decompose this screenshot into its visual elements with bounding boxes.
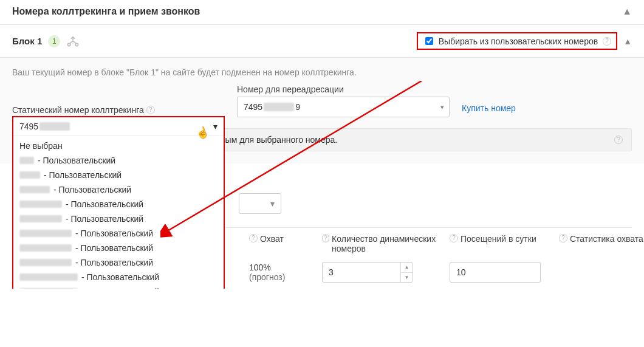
chevron-up-icon[interactable]: ▲ xyxy=(622,6,632,17)
help-icon[interactable]: ? xyxy=(559,234,567,242)
col-stats: ? Статистика охвата xyxy=(559,234,644,244)
user-numbers-checkbox-label[interactable]: Выбирать из пользовательских номеров xyxy=(423,35,598,47)
dropdown-item[interactable]: - Пользовательский xyxy=(13,270,224,284)
section-header: Номера коллтрекинга и прием звонков ▲ xyxy=(0,0,644,25)
count-input[interactable]: 3 ▲ ▼ xyxy=(322,262,413,283)
coverage-cell: 100% (прогноз) xyxy=(249,263,322,282)
chevron-up-icon[interactable]: ▲ xyxy=(623,36,632,46)
dropdown-item[interactable]: - Пользовательский xyxy=(13,153,224,168)
block-title: Блок 1 xyxy=(12,36,42,46)
redirect-number-select[interactable]: 74959 ▾ xyxy=(237,97,450,117)
help-icon[interactable]: ? xyxy=(450,234,458,242)
spinner-down-icon[interactable]: ▼ xyxy=(401,273,413,283)
buy-number-link[interactable]: Купить номер xyxy=(462,103,516,113)
spinner[interactable]: ▲ ▼ xyxy=(400,263,413,282)
col-coverage: ? Охват xyxy=(249,234,322,244)
dropdown-item[interactable]: - Пользовательский xyxy=(13,226,224,241)
user-numbers-text: Выбирать из пользовательских номеров xyxy=(439,36,598,46)
section-title: Номера коллтрекинга и прием звонков xyxy=(12,6,200,17)
static-number-dropdown: 7495 ▾ ☝ Не выбран - Пользовательский - … xyxy=(12,116,225,289)
dropdown-current-value[interactable]: 7495 ▾ ☝ xyxy=(13,117,224,136)
help-icon[interactable]: ? xyxy=(603,37,611,46)
user-numbers-toggle-box: Выбирать из пользовательских номеров ? xyxy=(417,32,617,50)
help-icon[interactable]: ? xyxy=(146,106,155,114)
spinner-up-icon[interactable]: ▲ xyxy=(401,263,413,273)
dropdown-item[interactable]: - Пользовательский xyxy=(13,197,224,211)
block-body: Ваш текущий номер в блоке "Блок 1" на са… xyxy=(0,58,644,163)
block-header: Блок 1 1 Выбирать из пользовательских но… xyxy=(0,25,644,58)
hint-text: Ваш текущий номер в блоке "Блок 1" на са… xyxy=(12,67,632,77)
routing-icon xyxy=(66,35,80,47)
chevron-down-icon: ▾ xyxy=(213,122,218,131)
dropdown-item[interactable]: - Пользовательский xyxy=(13,182,224,197)
col-count: ? Количество динамических номеров xyxy=(322,234,450,253)
chevron-down-icon: ▾ xyxy=(440,103,444,111)
dropdown-item-none[interactable]: Не выбран xyxy=(13,139,224,153)
col-visits: ? Посещений в сутки xyxy=(450,234,559,244)
dropdown-item[interactable]: - Пользовательский xyxy=(13,211,224,226)
dropdown-item[interactable]: - Пользовательский xyxy=(13,241,224,255)
dropdown-item[interactable]: - Пользовательский xyxy=(13,255,224,270)
help-icon[interactable]: ? xyxy=(614,136,623,144)
redirect-number-label: Номер для переадресации xyxy=(237,84,450,94)
help-icon[interactable]: ? xyxy=(249,234,258,242)
user-numbers-checkbox[interactable] xyxy=(425,37,433,45)
dropdown-item[interactable]: - Пользовательский xyxy=(13,284,224,289)
dropdown-item[interactable]: - Пользовательский xyxy=(13,168,224,182)
chevron-down-icon: ▾ xyxy=(270,199,275,208)
visits-input[interactable]: 10 xyxy=(450,262,541,283)
block-count-badge: 1 xyxy=(48,35,60,47)
static-number-label: Статический номер коллтрекинга ? xyxy=(12,105,225,115)
help-icon[interactable]: ? xyxy=(322,234,329,242)
obscured-select[interactable]: ▾ xyxy=(239,193,281,214)
